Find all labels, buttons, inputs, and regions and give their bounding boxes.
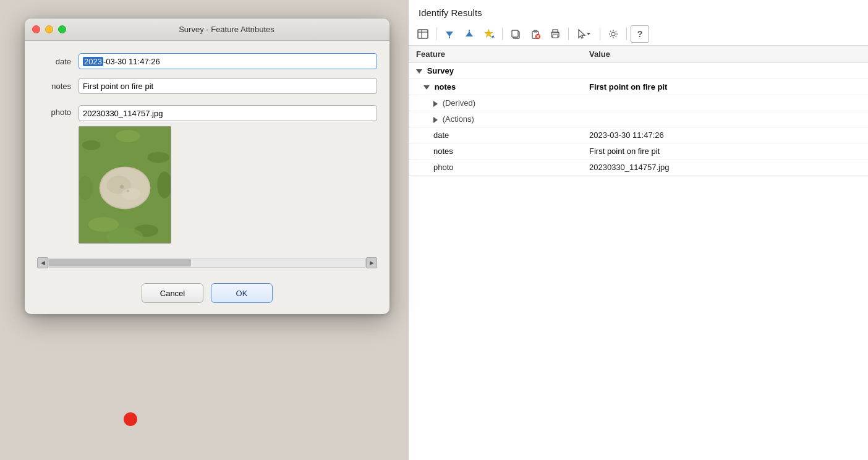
date-result-feature-cell: date: [409, 127, 582, 143]
svg-point-3: [116, 130, 140, 142]
settings-button[interactable]: [604, 25, 623, 43]
actions-expand-icon[interactable]: [433, 117, 438, 123]
notes-result-value-cell: First point on fire pit: [582, 143, 868, 160]
notes-label: notes: [37, 82, 71, 91]
separator-3: [568, 28, 569, 40]
dialog-body: date 2023-03-30 11:47:26 notes photo: [25, 41, 389, 278]
copy-button[interactable]: [506, 25, 525, 43]
svg-point-10: [122, 188, 140, 200]
derived-expand-icon[interactable]: [433, 101, 438, 107]
scroll-thumb[interactable]: [49, 259, 191, 266]
derived-value-cell: [582, 95, 868, 111]
notes-expand-icon[interactable]: [423, 85, 430, 90]
svg-marker-23: [485, 29, 493, 38]
identify-results-panel: Identify Results: [408, 0, 868, 460]
notes-input[interactable]: [79, 78, 377, 94]
survey-expand-icon[interactable]: [416, 69, 422, 74]
cancel-button[interactable]: Cancel: [142, 283, 203, 303]
photo-filename-input[interactable]: [79, 105, 377, 121]
scroll-left-button[interactable]: ◀: [37, 257, 48, 268]
select-button[interactable]: [572, 25, 596, 43]
value-column-header: Value: [582, 46, 868, 63]
map-point-marker: [124, 412, 137, 426]
photo-thumbnail: [79, 126, 171, 244]
svg-marker-36: [587, 33, 590, 35]
table-header-row: Feature Value: [409, 46, 868, 63]
actions-row[interactable]: (Actions): [409, 111, 868, 127]
dialog-buttons: Cancel OK: [25, 278, 389, 314]
separator-1: [436, 28, 436, 40]
dialog-titlebar: Survey - Feature Attributes: [25, 19, 389, 41]
photo-result-value-cell: 20230330_114757.jpg: [582, 160, 868, 176]
left-panel: Survey - Feature Attributes date 2023-03…: [0, 0, 408, 460]
notes-field-row: notes: [37, 78, 377, 94]
close-button[interactable]: [32, 25, 40, 33]
feature-attributes-dialog: Survey - Feature Attributes date 2023-03…: [25, 19, 389, 314]
table-icon-button[interactable]: [414, 25, 432, 43]
dialog-title: Survey - Feature Attributes: [71, 25, 382, 34]
expand-down-button[interactable]: [440, 25, 459, 43]
svg-rect-26: [512, 30, 518, 37]
separator-4: [600, 28, 600, 40]
svg-rect-16: [418, 30, 428, 38]
photo-result-feature-cell: photo: [409, 160, 582, 176]
notes-feature-cell: notes: [409, 79, 582, 95]
svg-point-2: [82, 140, 101, 150]
highlight-button[interactable]: [480, 25, 498, 43]
svg-rect-34: [553, 35, 558, 38]
svg-marker-35: [579, 30, 585, 38]
survey-cell: Survey: [409, 63, 868, 79]
paste-button[interactable]: [526, 25, 545, 43]
identify-toolbar: ?: [409, 23, 868, 46]
svg-marker-24: [491, 35, 495, 38]
svg-point-12: [127, 190, 129, 192]
minimize-button[interactable]: [45, 25, 53, 33]
date-result-value-cell: 2023-03-30 11:47:26: [582, 127, 868, 143]
svg-marker-19: [446, 32, 453, 36]
separator-2: [502, 28, 503, 40]
scroll-right-button[interactable]: ▶: [366, 257, 377, 268]
horizontal-scrollbar[interactable]: ◀ ▶: [37, 252, 377, 272]
results-table: Feature Value Survey notes: [409, 46, 868, 176]
date-highlight: 2023: [83, 57, 103, 66]
svg-marker-21: [466, 32, 473, 36]
print-button[interactable]: [546, 25, 564, 43]
collapse-up-button[interactable]: [460, 25, 479, 43]
separator-5: [626, 28, 627, 40]
maximize-button[interactable]: [58, 25, 66, 33]
date-rest: -03-30 11:47:26: [103, 57, 160, 66]
photo-label: photo: [37, 108, 71, 117]
svg-rect-28: [534, 30, 537, 32]
notes-result-row: notes First point on fire pit: [409, 143, 868, 160]
date-field-row: date 2023-03-30 11:47:26: [37, 53, 377, 69]
photo-section: [79, 105, 377, 244]
scroll-track[interactable]: [48, 258, 366, 268]
results-table-container: Feature Value Survey notes: [409, 46, 868, 460]
actions-value-cell: [582, 111, 868, 127]
feature-column-header: Feature: [409, 46, 582, 63]
notes-value-cell: First point on fire pit: [582, 79, 868, 95]
svg-point-4: [148, 152, 170, 163]
panel-title: Identify Results: [409, 0, 868, 23]
svg-point-11: [120, 185, 124, 189]
notes-row[interactable]: notes First point on fire pit: [409, 79, 868, 95]
derived-row[interactable]: (Derived): [409, 95, 868, 111]
survey-row[interactable]: Survey: [409, 63, 868, 79]
help-button[interactable]: ?: [631, 25, 649, 43]
date-result-row: date 2023-03-30 11:47:26: [409, 127, 868, 143]
derived-feature-cell: (Derived): [409, 95, 582, 111]
notes-result-feature-cell: notes: [409, 143, 582, 160]
ok-button[interactable]: OK: [211, 283, 273, 303]
actions-feature-cell: (Actions): [409, 111, 582, 127]
date-label: date: [37, 57, 71, 66]
photo-row: photo: [37, 105, 377, 244]
photo-result-row: photo 20230330_114757.jpg: [409, 160, 868, 176]
